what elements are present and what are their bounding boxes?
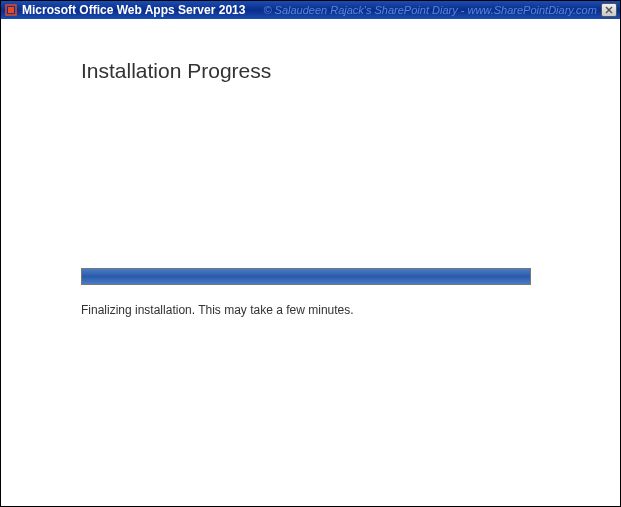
close-icon xyxy=(605,6,613,14)
installer-window: Microsoft Office Web Apps Server 2013 © … xyxy=(0,0,621,507)
office-icon xyxy=(4,3,18,17)
progress-section: Finalizing installation. This may take a… xyxy=(81,268,540,317)
page-title: Installation Progress xyxy=(81,59,540,83)
close-button[interactable] xyxy=(601,3,617,17)
svg-rect-1 xyxy=(8,7,14,13)
window-title: Microsoft Office Web Apps Server 2013 xyxy=(22,3,245,17)
progress-bar-fill xyxy=(82,269,530,284)
status-text: Finalizing installation. This may take a… xyxy=(81,303,540,317)
titlebar: Microsoft Office Web Apps Server 2013 © … xyxy=(1,1,620,19)
progress-bar xyxy=(81,268,531,285)
content-area: Installation Progress Finalizing install… xyxy=(1,19,620,317)
watermark-text: © Salaudeen Rajack's SharePoint Diary - … xyxy=(263,4,596,16)
